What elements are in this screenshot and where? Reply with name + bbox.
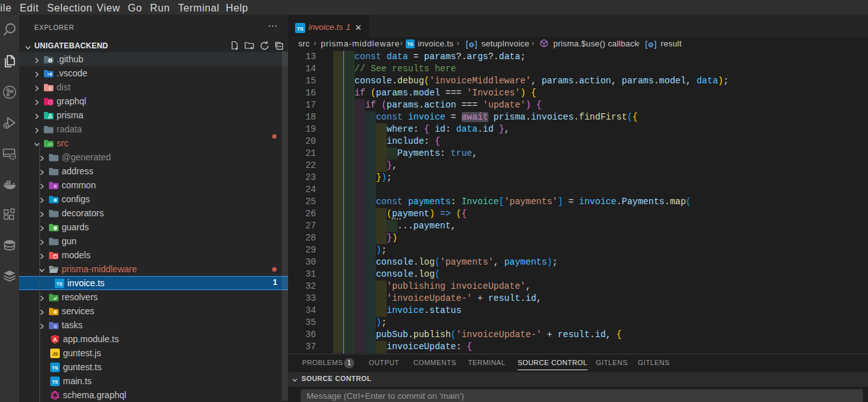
svg-text:TS: TS [52,365,59,371]
svg-text:TS: TS [52,379,59,385]
